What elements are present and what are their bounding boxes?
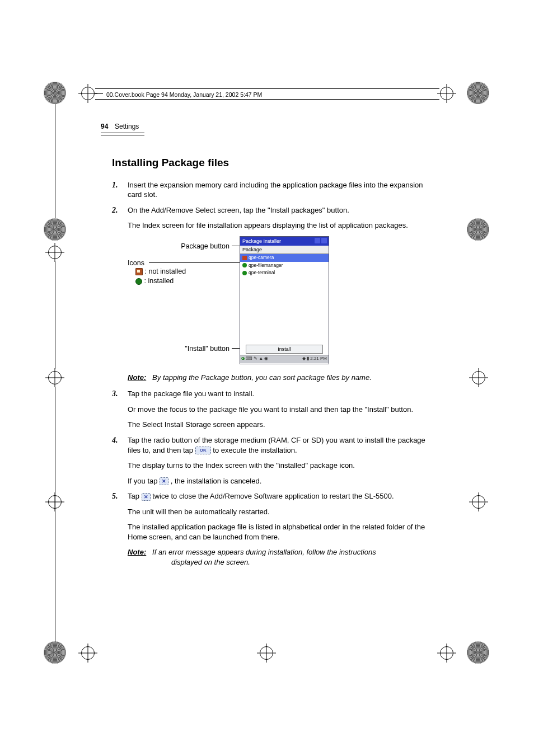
screenshot-title: Package Installer [242, 238, 281, 244]
screenshot-titlebar: Package Installer [240, 237, 329, 246]
callout-installed: : installed [144, 277, 174, 285]
registration-ring [44, 641, 66, 664]
step-number: 2. [112, 205, 118, 216]
crop-target-icon [45, 492, 64, 511]
ok-icon: OK [195, 447, 211, 454]
registration-ring [44, 82, 66, 104]
step-5-text-3: The installed application package file i… [128, 522, 437, 542]
registration-ring [467, 218, 489, 241]
registration-ring [467, 641, 489, 664]
list-item-label: qpe-terminal [249, 270, 275, 276]
step-5-text-2: The unit will then be automatically rest… [128, 507, 437, 517]
list-item[interactable]: qpe-camera [240, 254, 329, 261]
titlebar-chip-icon [321, 238, 327, 243]
section-title: Installing Package files [112, 156, 437, 170]
list-item[interactable]: qpe-terminal [240, 269, 329, 276]
screenshot-package-installer: Package Installer Package qpe-camera qpe… [240, 236, 329, 364]
taskbar-status-icon: ◆ [302, 356, 306, 361]
crop-target-icon [257, 644, 276, 663]
crop-line [55, 104, 55, 218]
step-4-text-1b: to execute the installation. [213, 446, 297, 454]
meta-line: 00.Cover.book Page 94 Monday, January 21… [106, 91, 262, 100]
step-number: 5. [112, 491, 118, 502]
crop-target-icon [469, 492, 488, 511]
step-5-text-1: Tap ✕ twice to close the Add/Remove Soft… [128, 491, 437, 501]
taskbar-up-icon: ▲ [259, 356, 263, 362]
note-text: By tapping the Package button, you can s… [152, 373, 372, 382]
step-4-text-1: Tap the radio button of the storage medi… [128, 435, 437, 455]
callout-install-button: "Install" button [185, 345, 229, 353]
step-number: 3. [112, 389, 118, 400]
crop-line [55, 387, 55, 642]
step-3-text-3: The Select Install Storage screen appear… [128, 420, 437, 430]
install-button[interactable]: Install [246, 345, 323, 354]
step-2-text-2: The Index screen for file installation a… [128, 220, 437, 231]
installed-icon [242, 271, 247, 275]
installed-icon [135, 278, 142, 285]
list-item[interactable]: qpe-filemanager [240, 262, 329, 269]
callout-icons: Icons [128, 259, 144, 267]
step-number: 4. [112, 435, 118, 446]
installed-icon [242, 263, 247, 267]
list-item-label: qpe-filemanager [249, 262, 283, 269]
taskbar-clock: 2:21 PM [310, 356, 327, 361]
note-text-line1: If an error message appears during insta… [152, 548, 376, 556]
callout-package-button: Package button [181, 242, 229, 250]
registration-ring [44, 218, 66, 241]
steps-list-2: 3. Tap the package file you want to inst… [112, 389, 437, 542]
taskbar-keyboard-icon: ⌨ [246, 356, 252, 362]
not-installed-icon [135, 268, 143, 275]
taskbar-g-icon: G [241, 356, 245, 362]
step-number: 1. [112, 180, 118, 191]
step-1: 1. Insert the expansion memory card incl… [112, 180, 437, 200]
callout-not-installed: : not installed [144, 267, 186, 275]
step-5-text-1a: Tap [128, 492, 142, 500]
note-block: Note: By tapping the Package button, you… [128, 373, 437, 383]
step-3-text-1: Tap the package file you want to install… [128, 389, 437, 399]
content-area: Installing Package files 1. Insert the e… [112, 156, 437, 567]
crop-target-icon [437, 644, 456, 663]
step-1-text: Insert the expansion memory card includi… [128, 180, 437, 200]
screenshot-list: qpe-camera qpe-filemanager qpe-terminal [240, 254, 329, 344]
taskbar-battery-icon: ▮ [307, 356, 309, 361]
step-4-text-3b: , the installation is canceled. [171, 477, 262, 485]
step-3: 3. Tap the package file you want to inst… [112, 389, 437, 430]
registration-ring [467, 82, 489, 104]
column-package: Package [242, 247, 262, 252]
crop-target-icon [78, 84, 97, 103]
step-4-text-3a: If you tap [128, 477, 160, 485]
step-3-text-2: Or move the focus to the package file yo… [128, 405, 437, 415]
not-installed-icon [242, 256, 247, 260]
crop-target-icon [469, 368, 488, 387]
screenshot-taskbar: G ⌨ ✎ ▲ ◉ ◆ ▮ 2:21 PM [240, 355, 329, 363]
step-4: 4. Tap the radio button of the storage m… [112, 435, 437, 486]
callout-leader [149, 262, 241, 263]
page-number: 94 [101, 123, 108, 130]
crop-line [55, 261, 55, 369]
list-item-label: qpe-camera [249, 255, 274, 261]
close-icon: ✕ [142, 493, 151, 501]
note-block: Note: If an error message appears during… [128, 547, 437, 567]
crop-target-icon [78, 644, 97, 663]
section-label: Settings [115, 123, 139, 130]
close-icon: ✕ [160, 477, 168, 485]
note-label: Note: [128, 548, 146, 556]
screenshot-column-header[interactable]: Package [240, 246, 329, 254]
figure-block: Package button Icons : not installed : i… [128, 236, 437, 365]
taskbar-pen-icon: ✎ [254, 356, 257, 362]
step-4-text-2: The display turns to the Index screen wi… [128, 461, 437, 471]
install-button-label: Install [278, 346, 291, 352]
step-5: 5. Tap ✕ twice to close the Add/Remove S… [112, 491, 437, 542]
taskbar-globe-icon: ◉ [264, 356, 268, 362]
note-label: Note: [128, 373, 146, 382]
header-rule [101, 133, 144, 135]
crop-target-icon [45, 243, 64, 262]
crop-target-icon [437, 84, 456, 103]
step-2-text-1: On the Add/Remove Select screen, tap the… [128, 205, 437, 215]
note-text-line2: displayed on the screen. [171, 557, 437, 567]
step-5-text-1b: twice to close the Add/Remove Software a… [152, 492, 394, 500]
crop-target-icon [45, 368, 64, 387]
titlebar-chip-icon [315, 238, 320, 243]
page-header: 94 Settings [101, 122, 448, 135]
step-2: 2. On the Add/Remove Select screen, tap … [112, 205, 437, 231]
